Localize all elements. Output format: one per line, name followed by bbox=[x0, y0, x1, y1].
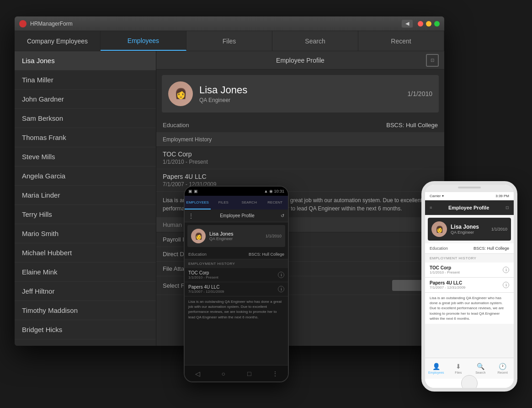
android-emp-date: 1/1/2010 bbox=[266, 234, 282, 238]
tab-company-employees[interactable]: Company Employees bbox=[15, 31, 101, 51]
android-emp-name: Lisa Jones bbox=[209, 231, 234, 236]
employee-list-item[interactable]: Lisa Jones bbox=[15, 51, 156, 70]
files-icon: ⬇ bbox=[456, 363, 461, 370]
employee-date: 1/1/2010 bbox=[408, 90, 433, 97]
iphone-emp-name: Lisa Jones bbox=[451, 224, 479, 230]
employee-list-item[interactable]: Mario Smith bbox=[15, 224, 156, 243]
window-back-button[interactable]: ◀ bbox=[401, 19, 413, 28]
android-action-bar: ⋮ Employee Profile ↺ bbox=[185, 209, 288, 222]
employee-list-item[interactable]: Sam Berkson bbox=[15, 109, 156, 128]
android-notes: Lisa is an outstanding QA Engineer who h… bbox=[185, 296, 288, 322]
iphone-emp-title: QA Engineer bbox=[451, 230, 479, 235]
minimize-button[interactable] bbox=[426, 21, 431, 27]
iphone-status-bar: Carrier ▾ 3:39 PM bbox=[425, 192, 514, 200]
android-info-icon[interactable]: ℹ bbox=[278, 272, 284, 278]
employee-list-item[interactable]: Terry Hills bbox=[15, 205, 156, 224]
window-controls bbox=[418, 21, 440, 27]
tab-search[interactable]: Search bbox=[272, 31, 358, 51]
android-phone: ▣ ▣ ▲ ◉ 10:31 EMPLOYEES FILES SEARCH REC… bbox=[184, 186, 289, 382]
android-menu-button[interactable]: ⋮ bbox=[268, 369, 282, 378]
tab-employees[interactable]: Employees bbox=[101, 31, 186, 51]
iphone: Carrier ▾ 3:39 PM ≡ Employee Profile ⊡ 👩… bbox=[421, 181, 517, 392]
window-title: HRManagerForm bbox=[30, 21, 401, 27]
android-profile-card: 👩 Lisa Jones QA Engineer 1/1/2010 bbox=[187, 225, 285, 247]
android-content: 👩 Lisa Jones QA Engineer 1/1/2010 Educat… bbox=[185, 222, 288, 365]
employee-list-item[interactable]: Jeff Hiltnor bbox=[15, 282, 156, 301]
maximize-button[interactable] bbox=[434, 21, 440, 27]
employee-list-item[interactable]: John Gardner bbox=[15, 90, 156, 109]
iphone-education-value: BSCS: Hull College bbox=[473, 246, 509, 251]
employee-info: Lisa Jones QA Engineer bbox=[199, 84, 401, 103]
employee-title: QA Engineer bbox=[199, 97, 401, 103]
employee-list-item[interactable]: Tina Miller bbox=[15, 70, 156, 90]
app-logo-icon bbox=[19, 20, 27, 27]
android-education-row: Education BSCS: Hull College bbox=[185, 250, 288, 259]
android-back-button[interactable]: ◁ bbox=[191, 369, 204, 378]
iphone-employment-heading: EMPLOYMENT HISTORY bbox=[425, 254, 514, 263]
iphone-tab-employees[interactable]: 👤 Employees bbox=[425, 358, 447, 379]
iphone-speaker bbox=[458, 187, 481, 188]
iphone-education-row: Education BSCS: Hull College bbox=[425, 243, 514, 254]
company-name: Papers 4U LLC bbox=[163, 173, 438, 180]
education-value: BSCS: Hull College bbox=[386, 122, 438, 129]
android-avatar: 👩 bbox=[191, 229, 206, 243]
iphone-nav-bar: ≡ Employee Profile ⊡ bbox=[425, 200, 514, 215]
iphone-nav-title: Employee Profile bbox=[448, 205, 489, 210]
iphone-emp-info: Lisa Jones QA Engineer bbox=[451, 224, 479, 235]
iphone-content: 👩 Lisa Jones QA Engineer 1/1/2010 Educat… bbox=[425, 215, 514, 358]
employee-name: Lisa Jones bbox=[199, 84, 401, 96]
education-label: Education bbox=[163, 122, 189, 129]
employment-item: TOC Corp 1/1/2010 - Present bbox=[156, 147, 444, 169]
android-employment-item: Papers 4U LLC 7/1/2007 - 12/31/2009 ℹ bbox=[185, 282, 288, 296]
iphone-education-label: Education bbox=[430, 246, 448, 251]
iphone-info-icon[interactable]: ℹ bbox=[503, 267, 509, 273]
android-info-icon[interactable]: ℹ bbox=[278, 286, 284, 292]
employee-list-item[interactable]: Bridget Hicks bbox=[15, 320, 156, 339]
android-employment-heading: EMPLOYMENT HISTORY bbox=[185, 259, 288, 268]
iphone-tab-recent[interactable]: 🕐 Recent bbox=[492, 358, 514, 379]
android-content-title: Employee Profile bbox=[220, 213, 255, 218]
iphone-employment-item: Papers 4U LLC 7/1/2007 - 12/31/2009 ℹ bbox=[425, 278, 514, 293]
tab-recent[interactable]: Recent bbox=[358, 31, 444, 51]
scene: HRManagerForm ◀ Company Employees Employ… bbox=[15, 16, 517, 392]
tab-bar: Company Employees Employees Files Search… bbox=[15, 31, 444, 51]
education-row: Education BSCS: Hull College bbox=[156, 118, 444, 133]
employment-history-heading: Employment History bbox=[156, 133, 444, 147]
android-tab-employees[interactable]: EMPLOYEES bbox=[185, 196, 211, 209]
employee-list-item[interactable]: Maria Linder bbox=[15, 186, 156, 205]
iphone-info-icon[interactable]: ℹ bbox=[503, 282, 509, 288]
android-nav-bar: ◁ ○ □ ⋮ bbox=[185, 365, 288, 381]
window-titlebar: HRManagerForm ◀ bbox=[15, 16, 444, 31]
iphone-home-indicator bbox=[425, 379, 514, 388]
employee-list-item[interactable]: Angela Garcia bbox=[15, 166, 156, 186]
android-education-label: Education bbox=[188, 252, 207, 257]
employment-dates: 1/1/2010 - Present bbox=[163, 159, 438, 165]
close-button[interactable] bbox=[418, 21, 423, 27]
employee-sidebar: Lisa Jones Tina Miller John Gardner Sam … bbox=[15, 51, 156, 346]
android-tab-recent[interactable]: RECENT bbox=[262, 196, 288, 209]
employee-list-item[interactable]: Timothy Maddison bbox=[15, 301, 156, 320]
android-tab-search[interactable]: SEARCH bbox=[236, 196, 262, 209]
expand-button[interactable]: ⊡ bbox=[426, 54, 439, 67]
android-education-value: BSCS: Hull College bbox=[249, 252, 284, 257]
iphone-emp-date: 1/1/2010 bbox=[491, 227, 507, 231]
iphone-employment-item: TOC Corp 1/1/2010 - Present ℹ bbox=[425, 263, 514, 278]
iphone-profile-card: 👩 Lisa Jones QA Engineer 1/1/2010 bbox=[428, 218, 511, 241]
iphone-avatar: 👩 bbox=[431, 221, 447, 237]
company-name: TOC Corp bbox=[163, 150, 438, 158]
android-emp-info: Lisa Jones QA Engineer bbox=[209, 231, 234, 241]
android-status-bar: ▣ ▣ ▲ ◉ 10:31 bbox=[185, 187, 288, 196]
search-icon: 🔍 bbox=[477, 363, 484, 370]
android-recents-button[interactable]: □ bbox=[242, 369, 256, 378]
content-header: Employee Profile ⊡ bbox=[156, 51, 444, 70]
tab-files[interactable]: Files bbox=[186, 31, 272, 51]
employee-list-item[interactable]: Michael Hubbert bbox=[15, 243, 156, 263]
android-tab-bar: EMPLOYEES FILES SEARCH RECENT bbox=[185, 196, 288, 209]
employee-list-item[interactable]: Elaine Mink bbox=[15, 263, 156, 282]
android-home-button[interactable]: ○ bbox=[217, 369, 230, 378]
employee-profile-card: 👩 Lisa Jones QA Engineer 1/1/2010 bbox=[162, 75, 439, 113]
employee-list-item[interactable]: Thomas Frank bbox=[15, 128, 156, 147]
iphone-home-button[interactable] bbox=[461, 375, 478, 388]
employee-list-item[interactable]: Steve Mills bbox=[15, 147, 156, 166]
android-tab-files[interactable]: FILES bbox=[211, 196, 237, 209]
